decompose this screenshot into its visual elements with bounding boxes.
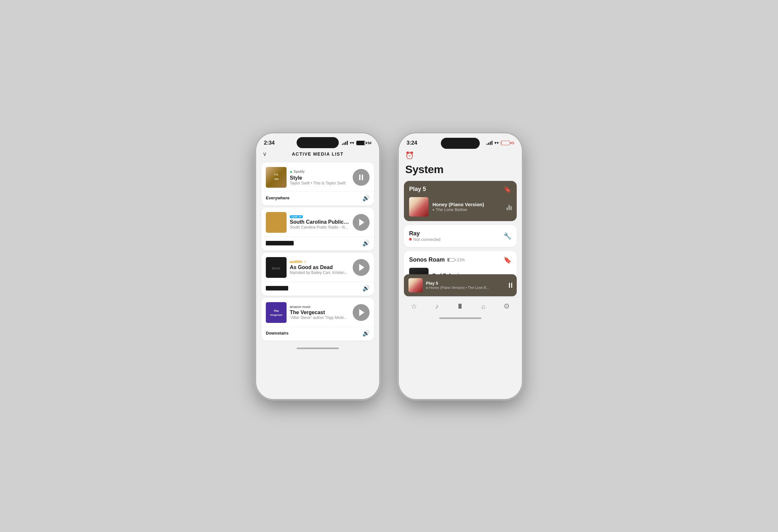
zone-label-redacted-2: ████ Show bbox=[266, 286, 288, 291]
wifi-icon-2: ▾▾ bbox=[494, 140, 499, 145]
bookmark-icon-roam[interactable]: 🔖 bbox=[503, 256, 512, 264]
amazon-logo: amazon music bbox=[290, 305, 349, 309]
notch bbox=[297, 137, 339, 148]
album-art-sc-radio bbox=[266, 212, 287, 233]
volume-icon-2[interactable]: 🔊 bbox=[363, 240, 370, 247]
np-track-title: ● Honey (Piano Version) • The Lone B... bbox=[426, 286, 506, 290]
roam-battery-pct: 23% bbox=[457, 258, 465, 262]
pause-button-spotify[interactable] bbox=[353, 169, 370, 186]
status-icons-phone2: ▾▾ 5 bbox=[486, 140, 514, 145]
phone1-header: ∨ ACTIVE MEDIA LIST bbox=[256, 150, 379, 160]
volume-icon-1[interactable]: 🔊 bbox=[363, 195, 370, 202]
track-info-audible: audible ↗ As Good as Dead Narrated by Ba… bbox=[290, 260, 349, 275]
home-indicator-phone1 bbox=[297, 348, 339, 349]
tab-bar: ☆ ♪ ⏸ ⌕ ⚙ bbox=[399, 297, 522, 316]
pause-icon bbox=[359, 174, 363, 180]
play-button-tunein[interactable] bbox=[353, 214, 370, 231]
media-card-amazon[interactable]: The Vergecast amazon music The Vergecast… bbox=[261, 298, 374, 341]
tab-settings[interactable]: ⚙ bbox=[503, 302, 510, 311]
volume-icon-4[interactable]: 🔊 bbox=[363, 330, 370, 337]
alarm-icon: ⏰ bbox=[399, 150, 522, 162]
bookmark-icon-play5[interactable]: 🔖 bbox=[503, 185, 512, 193]
tab-music[interactable]: ♪ bbox=[435, 302, 439, 311]
settings-tab-icon: ⚙ bbox=[503, 302, 510, 311]
not-connected-label: Not connected bbox=[413, 237, 441, 242]
svg-text:Vergecast: Vergecast bbox=[270, 313, 282, 316]
zone-label-everywhere: Everywhere bbox=[266, 196, 290, 200]
play-button-audible[interactable] bbox=[353, 259, 370, 276]
media-card-spotify[interactable]: T. S. 1989 ● Spotify Style Taylor Swift … bbox=[261, 162, 374, 206]
phone-1: 2:34 ▾▾ 94 ∨ ACTIVE MEDIA LIST bbox=[256, 133, 379, 399]
home-tab-icon: ☆ bbox=[411, 302, 417, 311]
ray-status: Not connected bbox=[409, 237, 441, 242]
tab-search[interactable]: ⌕ bbox=[481, 302, 486, 311]
tab-home[interactable]: ☆ bbox=[411, 302, 417, 311]
system-page-title: System bbox=[399, 162, 522, 181]
svg-text:T. S.: T. S. bbox=[274, 173, 279, 176]
battery-icon-2: 5 bbox=[501, 141, 514, 145]
card-footer-tunein: ██████ Show 🔊 bbox=[261, 237, 374, 251]
svg-text:1989: 1989 bbox=[274, 178, 279, 180]
card-footer-amazon: Downstairs 🔊 bbox=[261, 327, 374, 341]
np-track-info: Play 5 ● Honey (Piano Version) • The Lon… bbox=[426, 281, 506, 290]
track-title-tunein: South Carolina Public Ra... bbox=[290, 219, 349, 225]
play5-track-info: Honey (Piano Version) ● The Lone Bellow bbox=[433, 202, 503, 212]
tunein-logo: TUNE IN bbox=[290, 215, 349, 218]
track-subtitle-tunein: South Carolina Public Radio - N... bbox=[290, 225, 349, 230]
play5-track: Honey (Piano Version) ● The Lone Bellow bbox=[409, 197, 512, 217]
card-footer-spotify: Everywhere 🔊 bbox=[261, 192, 374, 206]
play-button-amazon[interactable] bbox=[353, 304, 370, 321]
play-icon-amazon bbox=[359, 309, 364, 316]
signal-icon bbox=[342, 141, 348, 145]
music-tab-icon: ♪ bbox=[435, 302, 439, 311]
play5-track-artist: ● The Lone Bellow bbox=[433, 207, 503, 212]
audible-logo: audible ↗ bbox=[290, 260, 349, 263]
track-subtitle-spotify: Taylor Swift • This Is Taylor Swift bbox=[290, 181, 349, 185]
ray-device-name: Ray bbox=[409, 230, 441, 237]
np-room-name: Play 5 bbox=[426, 281, 506, 286]
roam-header: Sonos Roam 23% 🔖 bbox=[409, 256, 512, 264]
track-title-spotify: Style bbox=[290, 175, 349, 181]
svg-rect-1 bbox=[266, 167, 287, 188]
track-info-tunein: TUNE IN South Carolina Public Ra... Sout… bbox=[290, 215, 349, 230]
track-info-amazon: amazon music The Vergecast "After Steve"… bbox=[290, 305, 349, 320]
tab-rooms[interactable]: ⏸ bbox=[456, 302, 464, 311]
media-card-tunein[interactable]: TUNE IN South Carolina Public Ra... Sout… bbox=[261, 208, 374, 251]
roam-battery: 23% bbox=[447, 258, 465, 262]
not-connected-dot bbox=[409, 238, 412, 240]
roam-device-name: Sonos Roam bbox=[409, 256, 445, 263]
play5-header: Play 5 🔖 bbox=[409, 185, 512, 193]
search-tab-icon: ⌕ bbox=[481, 302, 486, 311]
np-pause-button[interactable] bbox=[509, 283, 512, 288]
track-subtitle-audible: Narrated by Bailey Carr, Kristen... bbox=[290, 271, 349, 275]
dynamic-island bbox=[441, 138, 480, 149]
status-icons-phone1: ▾▾ 94 bbox=[342, 140, 372, 145]
volume-icon-3[interactable]: 🔊 bbox=[363, 285, 370, 292]
ray-card[interactable]: Ray Not connected 🔧 bbox=[404, 225, 517, 247]
ray-device-info: Ray Not connected bbox=[409, 230, 441, 242]
play5-card[interactable]: Play 5 🔖 Honey (Piano Version) ● The Lon… bbox=[404, 181, 517, 221]
rooms-tab-icon: ⏸ bbox=[456, 302, 464, 311]
now-playing-bar[interactable]: Play 5 ● Honey (Piano Version) • The Lon… bbox=[404, 274, 517, 296]
album-art-vergecast: The Vergecast bbox=[266, 302, 287, 323]
page-title-phone1: ACTIVE MEDIA LIST bbox=[292, 151, 343, 157]
phone-2: 3:24 ▾▾ 5 ⏰ System bbox=[399, 133, 522, 399]
svg-text:The: The bbox=[274, 309, 279, 312]
card-footer-audible: ████ Show 🔊 bbox=[261, 282, 374, 296]
chevron-down-icon[interactable]: ∨ bbox=[262, 150, 267, 158]
track-title-amazon: The Vergecast bbox=[290, 310, 349, 315]
status-time-phone2: 3:24 bbox=[406, 140, 417, 146]
track-title-audible: As Good as Dead bbox=[290, 264, 349, 271]
home-indicator-phone2 bbox=[439, 317, 481, 319]
zone-label-downstairs: Downstairs bbox=[266, 331, 289, 335]
status-time-phone1: 2:34 bbox=[264, 140, 275, 146]
album-art-audible: BOOK bbox=[266, 257, 287, 278]
settings-wrench-icon[interactable]: 🔧 bbox=[503, 232, 512, 240]
phone1-content: ∨ ACTIVE MEDIA LIST bbox=[256, 150, 379, 353]
honey-album-art bbox=[409, 197, 429, 217]
svg-text:BOOK: BOOK bbox=[272, 267, 281, 270]
roam-title-area: Sonos Roam 23% bbox=[409, 256, 465, 263]
equalizer-icon bbox=[507, 204, 512, 210]
media-card-audible[interactable]: BOOK audible ↗ As Good as Dead Narrated … bbox=[261, 252, 374, 296]
spotify-logo: ● Spotify bbox=[290, 169, 349, 174]
